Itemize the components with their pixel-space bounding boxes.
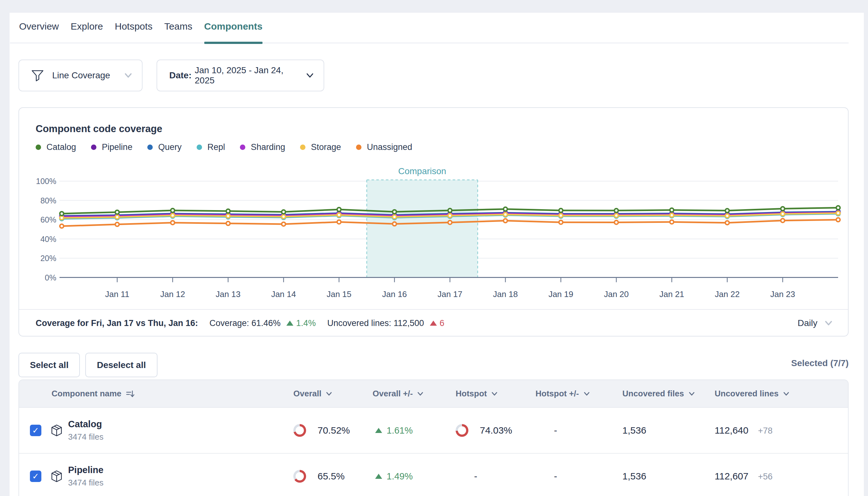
chevron-down-icon bbox=[417, 390, 424, 398]
uncovered-lines-delta: +56 bbox=[758, 472, 773, 482]
svg-text:Jan 15: Jan 15 bbox=[326, 289, 351, 299]
filter-row: Line Coverage Date: Jan 10, 2025 - Jan 2… bbox=[18, 60, 324, 91]
legend-item-query[interactable]: Query bbox=[147, 142, 182, 152]
column-hotspot-delta[interactable]: Hotspot +/- bbox=[535, 389, 622, 399]
legend-item-pipeline[interactable]: Pipeline bbox=[91, 142, 132, 152]
legend-label: Unassigned bbox=[367, 142, 412, 152]
tab-hotspots[interactable]: Hotspots bbox=[115, 13, 152, 43]
overall-delta-value: 1.61% bbox=[387, 425, 413, 436]
svg-text:100%: 100% bbox=[36, 177, 56, 186]
legend-label: Catalog bbox=[46, 142, 76, 152]
uncovered-files-value: 1,536 bbox=[622, 471, 714, 482]
chevron-down-icon bbox=[688, 390, 695, 398]
legend-label: Repl bbox=[207, 142, 225, 152]
uncovered-lines-delta: 6 bbox=[440, 319, 445, 328]
up-triangle-green-icon bbox=[286, 321, 293, 326]
package-icon bbox=[50, 424, 63, 437]
legend-item-storage[interactable]: Storage bbox=[300, 142, 341, 152]
legend-item-repl[interactable]: Repl bbox=[197, 142, 225, 152]
component-coverage-card: 0%20%40%60%80%100%ComparisonJan 11Jan 12… bbox=[18, 107, 849, 337]
hotspot-coverage-value: 74.03% bbox=[480, 425, 512, 436]
uncovered-lines-delta: +78 bbox=[758, 426, 773, 436]
svg-text:Jan 19: Jan 19 bbox=[549, 289, 573, 299]
column-component-name[interactable]: Component name bbox=[48, 389, 293, 399]
deselect-all-button[interactable]: Deselect all bbox=[85, 353, 157, 377]
chevron-down-icon bbox=[783, 390, 790, 398]
date-prefix-label: Date: bbox=[169, 71, 192, 80]
tab-overview[interactable]: Overview bbox=[19, 13, 59, 43]
svg-text:0%: 0% bbox=[45, 273, 56, 282]
hotspot-coverage-donut bbox=[456, 424, 468, 437]
legend-dot-icon bbox=[240, 144, 245, 150]
legend-label: Pipeline bbox=[102, 142, 132, 152]
svg-text:20%: 20% bbox=[41, 254, 56, 263]
svg-text:Jan 13: Jan 13 bbox=[216, 289, 241, 299]
svg-text:Jan 21: Jan 21 bbox=[659, 289, 684, 299]
legend-dot-icon bbox=[36, 144, 41, 150]
legend-dot-icon bbox=[356, 144, 361, 150]
overall-coverage-value: 65.5% bbox=[318, 471, 344, 482]
uncovered-lines-value: 112,640 bbox=[714, 425, 749, 436]
overall-coverage-value: 70.52% bbox=[318, 425, 350, 436]
legend-label: Sharding bbox=[251, 142, 285, 152]
hotspot-delta-value: - bbox=[535, 425, 622, 436]
component-name[interactable]: Pipeline bbox=[68, 465, 103, 475]
tab-components[interactable]: Components bbox=[204, 13, 262, 43]
svg-text:40%: 40% bbox=[41, 235, 56, 244]
hotspot-delta-value: - bbox=[535, 471, 622, 482]
main-panel: Overview Explore Hotspots Teams Componen… bbox=[10, 13, 864, 496]
legend-dot-icon bbox=[91, 144, 96, 150]
chevron-down-icon bbox=[583, 390, 591, 398]
hotspot-coverage-value: - bbox=[456, 471, 535, 482]
legend-dot-icon bbox=[147, 144, 153, 150]
selected-count-label: Selected (7/7) bbox=[791, 358, 849, 368]
up-triangle-green-icon bbox=[375, 428, 382, 433]
column-hotspot[interactable]: Hotspot bbox=[456, 389, 535, 399]
svg-text:Jan 11: Jan 11 bbox=[105, 289, 129, 299]
component-name[interactable]: Catalog bbox=[68, 419, 103, 430]
coverage-type-dropdown[interactable]: Line Coverage bbox=[18, 60, 143, 91]
overall-delta-value: 1.49% bbox=[387, 471, 413, 482]
comparison-summary-bar: Coverage for Fri, Jan 17 vs Thu, Jan 16:… bbox=[19, 309, 848, 337]
row-checkbox[interactable]: ✓ bbox=[30, 470, 42, 482]
column-overall-delta[interactable]: Overall +/- bbox=[373, 389, 456, 399]
granularity-dropdown[interactable]: Daily bbox=[798, 318, 833, 328]
svg-text:Jan 20: Jan 20 bbox=[604, 289, 629, 299]
chevron-down-icon bbox=[305, 71, 315, 80]
up-triangle-green-icon bbox=[375, 474, 382, 479]
column-uncovered-lines[interactable]: Uncovered lines bbox=[714, 389, 849, 399]
legend-dot-icon bbox=[300, 144, 305, 150]
uncovered-lines-value: 112,607 bbox=[714, 471, 749, 482]
granularity-value: Daily bbox=[798, 318, 817, 328]
coverage-line-chart[interactable]: 0%20%40%60%80%100%ComparisonJan 11Jan 12… bbox=[19, 108, 848, 309]
column-uncovered-files[interactable]: Uncovered files bbox=[622, 389, 714, 399]
tab-teams[interactable]: Teams bbox=[164, 13, 192, 43]
table-header-row: Component name Overall Overall +/- Hotsp… bbox=[19, 380, 848, 407]
svg-text:Jan 16: Jan 16 bbox=[382, 289, 407, 299]
table-row: ✓ Catalog 3474 files 70.52% 1.61% bbox=[19, 407, 848, 453]
uncovered-lines-value: Uncovered lines: 112,500 bbox=[327, 319, 424, 328]
legend-label: Storage bbox=[311, 142, 341, 152]
legend-item-unassigned[interactable]: Unassigned bbox=[356, 142, 412, 152]
legend-item-catalog[interactable]: Catalog bbox=[36, 142, 76, 152]
column-overall[interactable]: Overall bbox=[293, 389, 373, 399]
overall-coverage-donut bbox=[293, 470, 306, 483]
svg-text:Jan 23: Jan 23 bbox=[770, 289, 795, 299]
sort-descending-icon bbox=[125, 389, 135, 399]
row-checkbox[interactable]: ✓ bbox=[30, 425, 42, 436]
table-row: ✓ Pipeline 3474 files 65.5% 1.49% bbox=[19, 453, 848, 496]
svg-text:Jan 22: Jan 22 bbox=[715, 289, 740, 299]
legend-item-sharding[interactable]: Sharding bbox=[240, 142, 285, 152]
coverage-value: Coverage: 61.46% bbox=[209, 319, 280, 328]
select-all-button[interactable]: Select all bbox=[18, 353, 80, 377]
date-range-dropdown[interactable]: Date: Jan 10, 2025 - Jan 24, 2025 bbox=[157, 60, 324, 91]
legend-dot-icon bbox=[197, 144, 202, 150]
coverage-delta: 1.4% bbox=[296, 319, 316, 328]
tab-bar: Overview Explore Hotspots Teams Componen… bbox=[10, 13, 849, 43]
tab-explore[interactable]: Explore bbox=[71, 13, 103, 43]
components-table: Component name Overall Overall +/- Hotsp… bbox=[18, 379, 849, 496]
funnel-icon bbox=[31, 68, 45, 82]
uncovered-files-value: 1,536 bbox=[622, 425, 714, 436]
svg-text:Comparison: Comparison bbox=[398, 166, 446, 176]
svg-text:60%: 60% bbox=[41, 215, 56, 224]
